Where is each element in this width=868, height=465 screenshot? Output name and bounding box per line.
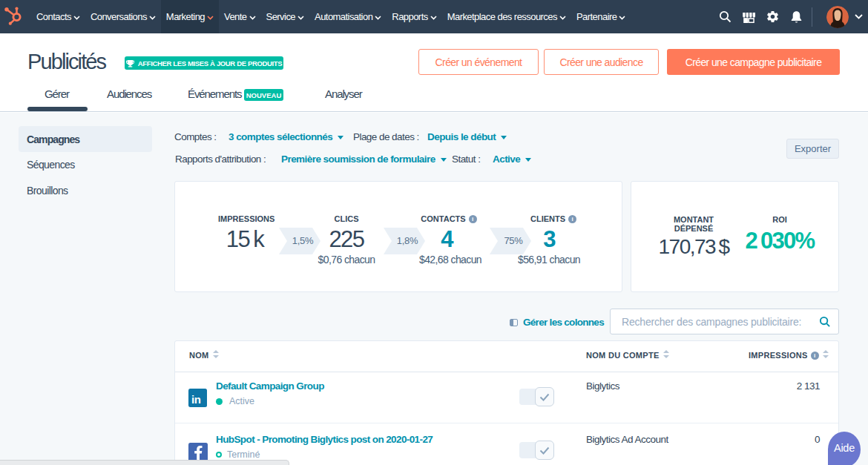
- svg-text:in: in: [191, 393, 201, 406]
